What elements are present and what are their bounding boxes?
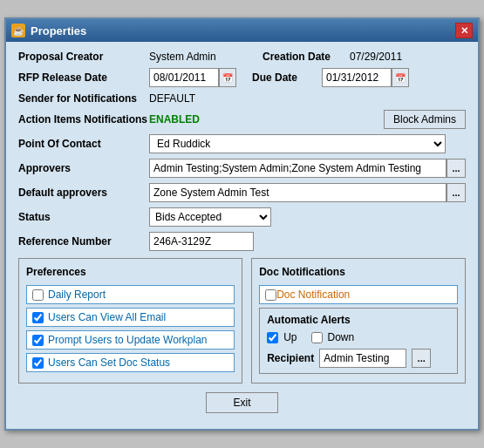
recipient-label: Recipient [267,352,314,364]
reference-number-row: Reference Number [18,232,466,251]
rfp-release-date-label: RFP Release Date [18,71,149,84]
rfp-release-date-input[interactable] [149,68,219,87]
action-items-label: Action Items Notifications [18,113,149,126]
doc-notification-label: Doc Notification [276,288,350,301]
creation-date-label: Creation Date [262,51,350,63]
proposal-creator-value: System Admin [149,51,262,63]
proposal-creator-row: Proposal Creator System Admin Creation D… [18,51,466,63]
update-workplan-item[interactable]: Prompt Users to Update Workplan [26,330,235,350]
properties-window: ☕ Properties ✕ Proposal Creator System A… [4,17,480,431]
due-date-field-group: 📅 [322,68,409,87]
creation-date-value: 07/29/2011 [350,51,402,63]
default-approvers-input[interactable] [149,183,447,202]
rfp-calendar-button[interactable]: 📅 [219,68,236,87]
sender-value: DEFAULT [149,92,195,105]
preferences-panel: Preferences Daily Report Users Can View … [18,258,242,384]
set-doc-status-checkbox[interactable] [32,357,44,369]
approvers-input[interactable] [149,159,447,178]
action-items-value: ENABLED [149,113,200,126]
doc-notifications-panel-title: Doc Notifications [259,266,458,278]
default-approvers-row: Default approvers ... [18,183,466,202]
title-bar: ☕ Properties ✕ [6,19,478,42]
recipient-ellipsis-button[interactable]: ... [412,349,431,368]
doc-notification-checkbox[interactable] [265,289,276,301]
close-button[interactable]: ✕ [455,23,473,38]
set-doc-status-label: Users Can Set Doc Status [48,356,170,369]
due-date-label: Due Date [252,71,322,84]
approvers-ellipsis-button[interactable]: ... [447,159,466,178]
preferences-panel-title: Preferences [26,266,235,278]
rfp-date-row: RFP Release Date 📅 Due Date 📅 [18,68,466,87]
window-title: Properties [31,24,86,37]
approvers-label: Approvers [18,162,149,174]
recipient-row: Recipient ... [267,349,450,368]
sender-row: Sender for Notifications DEFAULT [18,92,466,105]
proposal-creator-label: Proposal Creator [18,51,149,63]
automatic-alerts-title: Automatic Alerts [267,314,450,326]
exit-button[interactable]: Exit [206,392,277,413]
alerts-up-down-row: Up Down [267,331,450,343]
status-row: Status Bids Accepted [18,207,466,227]
due-date-input[interactable] [322,68,392,87]
point-of-contact-row: Point Of Contact Ed Ruddick [18,134,466,153]
due-date-calendar-button[interactable]: 📅 [392,68,409,87]
recipient-input[interactable] [319,349,406,368]
app-icon: ☕ [11,24,25,37]
sender-label: Sender for Notifications [18,92,149,105]
view-all-email-checkbox[interactable] [32,312,44,323]
rfp-date-field-group: 📅 [149,68,236,87]
reference-number-input[interactable] [149,232,254,251]
doc-notifications-panel: Doc Notifications Doc Notification Autom… [251,258,466,384]
panels-row: Preferences Daily Report Users Can View … [18,258,466,384]
down-checkbox[interactable] [311,332,323,343]
automatic-alerts-box: Automatic Alerts Up Down Recipient ... [259,308,458,374]
view-all-email-label: Users Can View All Email [48,311,166,323]
block-admins-button[interactable]: Block Admins [384,110,466,129]
daily-report-item[interactable]: Daily Report [26,285,235,304]
point-of-contact-select[interactable]: Ed Ruddick [149,134,446,153]
reference-number-label: Reference Number [18,235,149,248]
view-all-email-item[interactable]: Users Can View All Email [26,308,235,327]
daily-report-checkbox[interactable] [32,289,44,301]
default-approvers-label: Default approvers [18,187,149,199]
approvers-row: Approvers ... [18,159,466,178]
status-select[interactable]: Bids Accepted [149,207,271,227]
update-workplan-checkbox[interactable] [32,335,44,346]
up-label: Up [283,331,297,343]
status-label: Status [18,211,149,223]
action-items-row: Action Items Notifications ENABLED Block… [18,110,466,129]
down-label: Down [328,331,355,343]
up-checkbox[interactable] [267,332,278,343]
update-workplan-label: Prompt Users to Update Workplan [48,334,208,346]
doc-notification-item[interactable]: Doc Notification [259,285,458,304]
point-of-contact-label: Point Of Contact [18,138,149,150]
default-approvers-ellipsis-button[interactable]: ... [447,183,466,202]
footer-row: Exit [18,392,466,420]
daily-report-label: Daily Report [48,288,106,301]
set-doc-status-item[interactable]: Users Can Set Doc Status [26,353,235,372]
